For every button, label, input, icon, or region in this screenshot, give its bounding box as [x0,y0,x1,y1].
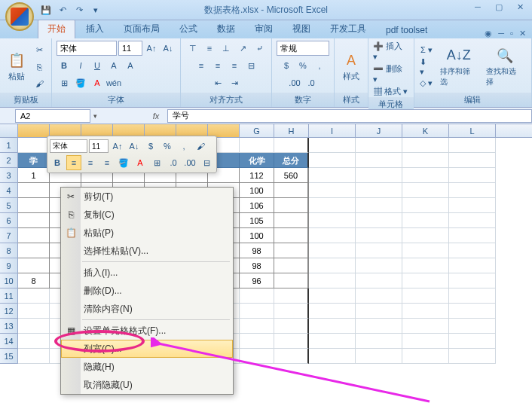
indent-dec-icon[interactable]: ⇤ [210,75,225,90]
menu-insert[interactable]: 插入(I)... [61,264,233,282]
font-color-icon[interactable]: A [90,75,105,90]
cell[interactable]: 106 [240,198,274,213]
cell[interactable] [402,349,449,364]
cell[interactable] [18,319,50,334]
row-header[interactable]: 3 [0,168,18,183]
cell[interactable] [356,183,402,198]
cell[interactable] [402,304,449,319]
cell[interactable]: 105 [240,213,274,228]
cell[interactable] [309,273,356,288]
office-button[interactable] [5,2,34,31]
tab-insert[interactable]: 插入 [77,20,113,38]
row-header[interactable]: 11 [0,288,18,304]
fill-icon[interactable]: ⬇ ▾ [419,60,434,75]
cell[interactable] [309,183,356,198]
tab-review[interactable]: 审阅 [246,20,282,38]
cell[interactable] [274,183,309,198]
clear-icon[interactable]: ◇ ▾ [419,76,434,91]
redo-icon[interactable]: ↷ [72,3,86,17]
styles-button[interactable]: A 样式 [339,50,363,84]
mini-font-color-icon[interactable]: A [133,155,148,170]
row-header[interactable]: 12 [0,304,18,319]
ribbon-restore-icon[interactable]: ▫ [510,29,513,38]
cell[interactable] [274,213,309,228]
italic-icon[interactable]: I [73,58,88,73]
cell[interactable] [356,304,402,319]
cell[interactable] [449,138,496,153]
menu-cut[interactable]: ✂剪切(T) [61,188,233,206]
cell[interactable] [309,243,356,258]
cell[interactable] [449,334,496,349]
cells-insert-button[interactable]: ➕ 插入 ▾ [373,41,409,62]
tab-view[interactable]: 视图 [283,20,320,38]
select-all-corner[interactable] [0,124,18,137]
menu-hide[interactable]: 隐藏(H) [61,358,233,376]
cell[interactable]: 学 [18,153,50,168]
cell[interactable] [402,198,449,213]
currency-icon[interactable]: $ [279,58,294,73]
cell[interactable] [309,258,356,273]
cell[interactable] [18,198,50,213]
mini-merge-icon[interactable]: ⊟ [199,155,214,170]
cell[interactable] [356,228,402,243]
cell[interactable] [274,243,309,258]
cell[interactable] [356,153,402,168]
close-button[interactable]: ✕ [509,0,530,14]
cell[interactable] [402,243,449,258]
col-header-i[interactable]: I [309,124,356,137]
ribbon-close-icon[interactable]: ✕ [519,29,526,38]
cells-delete-button[interactable]: ➖ 删除 ▾ [373,63,409,84]
cell[interactable] [449,243,496,258]
mini-percent-icon[interactable]: % [160,139,175,154]
cell[interactable] [449,349,496,364]
mini-currency-icon[interactable]: $ [143,139,158,154]
cell[interactable] [274,288,309,304]
cell[interactable] [356,213,402,228]
cell[interactable] [309,228,356,243]
formula-input[interactable]: 学号 [167,109,532,123]
cell[interactable] [402,288,449,304]
cells-format-button[interactable]: ▦ 格式 ▾ [374,86,408,97]
comma-icon[interactable]: , [312,58,327,73]
col-header-k[interactable]: K [402,124,449,137]
increase-decimal-icon[interactable]: .00 [287,75,302,90]
mini-bold-icon[interactable]: B [50,155,65,170]
wrap-text-icon[interactable]: ⤶ [252,41,267,56]
cell[interactable] [402,138,449,153]
tab-data[interactable]: 数据 [208,20,244,38]
cell[interactable] [18,304,50,319]
underline-icon[interactable]: U [90,58,105,73]
row-header[interactable]: 15 [0,349,18,364]
col-header[interactable] [18,124,50,137]
cell[interactable]: 98 [240,258,274,273]
align-left-icon[interactable]: ≡ [194,58,209,73]
cell[interactable]: 8 [18,273,50,288]
cell[interactable] [449,258,496,273]
align-center-icon[interactable]: ≡ [210,58,225,73]
cell[interactable] [402,228,449,243]
fill-color-icon[interactable]: 🪣 [73,75,88,90]
border-icon[interactable]: ⊞ [57,75,72,90]
undo-icon[interactable]: ↶ [56,3,69,17]
save-icon[interactable]: 💾 [39,3,53,17]
cell[interactable] [449,168,496,183]
cell[interactable] [240,304,274,319]
col-header-h[interactable]: H [274,124,309,137]
cell[interactable] [240,334,274,349]
cell[interactable] [356,349,402,364]
mini-dec-decimal-icon[interactable]: .0 [166,155,181,170]
find-select-button[interactable]: 🔍 查找和选择 [483,45,527,89]
row-header[interactable]: 4 [0,183,18,198]
qat-dropdown-icon[interactable]: ▾ [89,3,102,17]
cell[interactable] [274,258,309,273]
sort-filter-button[interactable]: A↓Z 排序和筛选 [437,45,481,89]
cell[interactable] [18,183,50,198]
cell[interactable] [356,198,402,213]
cell[interactable] [309,288,356,304]
paste-button[interactable]: 📋 粘贴 [5,50,29,84]
row-header[interactable]: 10 [0,273,18,288]
grow-font-icon[interactable]: A↑ [144,41,159,56]
cell[interactable] [274,319,309,334]
row-header[interactable]: 7 [0,228,18,243]
cell[interactable] [356,138,402,153]
